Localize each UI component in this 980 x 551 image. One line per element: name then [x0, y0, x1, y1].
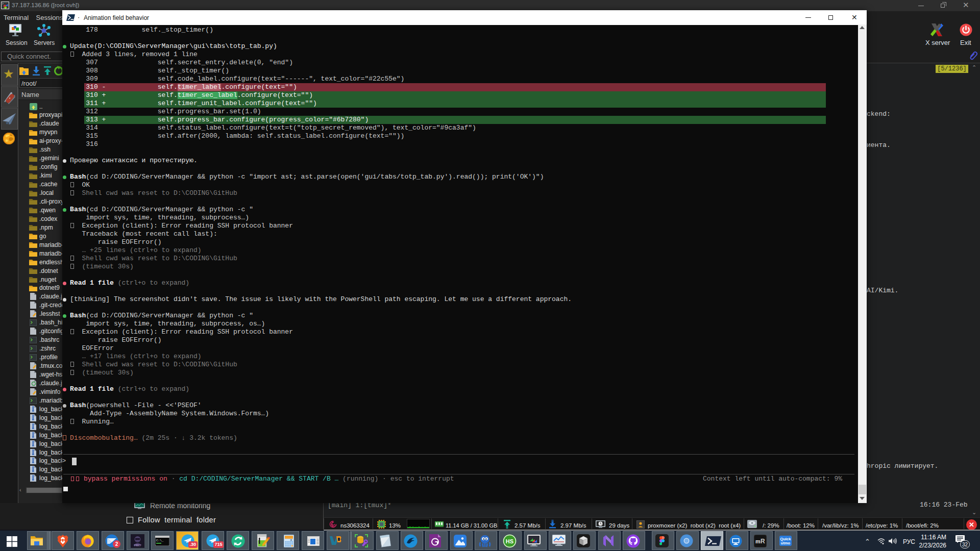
svg-text:utmo: utmo [781, 541, 791, 545]
svg-text:FRKY: FRKY [134, 544, 141, 547]
svg-text:C:\_: C:\_ [156, 539, 164, 542]
svg-text:HS: HS [506, 538, 513, 544]
svg-text:m: m [755, 538, 761, 544]
svg-text:R: R [761, 538, 765, 545]
